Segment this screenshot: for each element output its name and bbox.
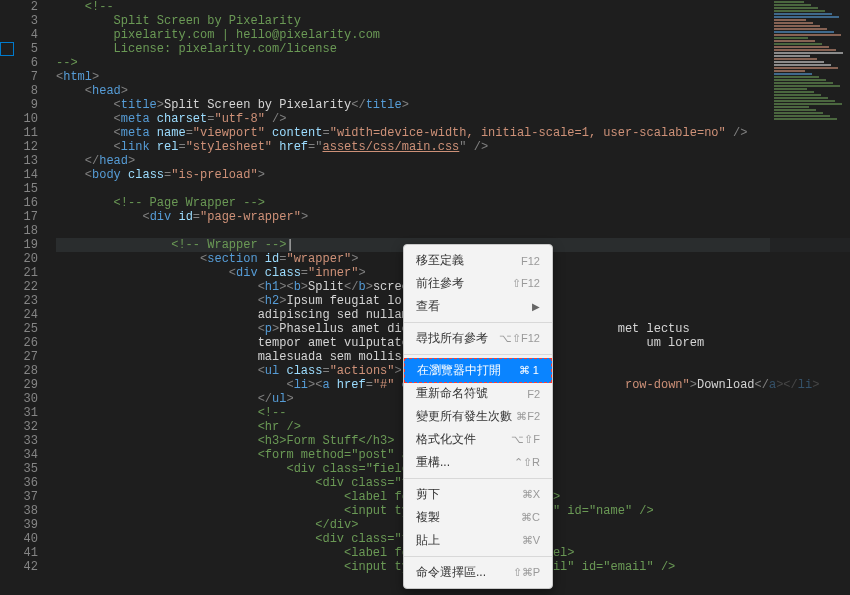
line-number: 10 [0,112,38,126]
menu-separator [404,478,552,479]
line-number: 17 [0,210,38,224]
menu-item-label: 命令選擇區... [416,564,486,581]
menu-item[interactable]: 重構...⌃⇧R [404,451,552,474]
code-line[interactable]: <html> [56,70,850,84]
code-line[interactable]: <meta charset="utf-8" /> [56,112,850,126]
breakpoint-marker[interactable] [0,42,14,56]
menu-item-label: 變更所有發生次數 [416,408,512,425]
line-number: 9 [0,98,38,112]
menu-item-label: 格式化文件 [416,431,476,448]
menu-item[interactable]: 尋找所有參考⌥⇧F12 [404,327,552,350]
menu-separator [404,322,552,323]
line-number: 8 [0,84,38,98]
menu-item-label: 移至定義 [416,252,464,269]
menu-shortcut: ⌘V [522,534,540,547]
line-number: 30 [0,392,38,406]
code-line[interactable]: <!-- Page Wrapper --> [56,196,850,210]
code-line[interactable] [56,182,850,196]
line-number: 14 [0,168,38,182]
line-number: 23 [0,294,38,308]
code-line[interactable]: <div id="page-wrapper"> [56,210,850,224]
menu-item[interactable]: 貼上⌘V [404,529,552,552]
code-line[interactable]: --> [56,56,850,70]
line-number: 39 [0,518,38,532]
line-number: 41 [0,546,38,560]
line-number: 22 [0,280,38,294]
code-line[interactable]: <head> [56,84,850,98]
line-number: 25 [0,322,38,336]
menu-item[interactable]: 重新命名符號F2 [404,382,552,405]
line-number: 7 [0,70,38,84]
menu-shortcut: F12 [521,255,540,267]
code-line[interactable]: </head> [56,154,850,168]
menu-shortcut: ⌥⇧F12 [499,332,540,345]
menu-item-label: 重構... [416,454,450,471]
menu-shortcut: ⌥⇧F [511,433,540,446]
chevron-right-icon: ▶ [532,301,540,312]
code-line[interactable]: <meta name="viewport" content="width=dev… [56,126,850,140]
line-number: 28 [0,364,38,378]
menu-shortcut: ⌘C [521,511,540,524]
line-number: 13 [0,154,38,168]
menu-item-label: 查看 [416,298,440,315]
code-line[interactable]: License: pixelarity.com/license [56,42,850,56]
code-line[interactable] [56,224,850,238]
menu-item-label: 貼上 [416,532,440,549]
line-number: 3 [0,14,38,28]
line-number: 6 [0,56,38,70]
menu-item[interactable]: 移至定義F12 [404,249,552,272]
line-number: 31 [0,406,38,420]
code-line[interactable]: <!-- [56,0,850,14]
menu-item[interactable]: 剪下⌘X [404,483,552,506]
line-number: 16 [0,196,38,210]
menu-shortcut: ⌘X [522,488,540,501]
menu-separator [404,556,552,557]
line-number: 32 [0,420,38,434]
menu-shortcut: ⇧⌘P [513,566,540,579]
menu-item[interactable]: 在瀏覽器中打開⌘ 1 [404,358,552,383]
code-line[interactable]: <body class="is-preload"> [56,168,850,182]
line-number: 12 [0,140,38,154]
menu-item[interactable]: 變更所有發生次數⌘F2 [404,405,552,428]
code-line[interactable]: <title>Split Screen by Pixelarity</title… [56,98,850,112]
menu-item-label: 複製 [416,509,440,526]
minimap[interactable] [770,0,850,595]
menu-item-label: 前往參考 [416,275,464,292]
line-number: 26 [0,336,38,350]
menu-item-label: 尋找所有參考 [416,330,488,347]
line-number: 40 [0,532,38,546]
line-number: 24 [0,308,38,322]
menu-shortcut: ⌘F2 [516,410,540,423]
code-line[interactable]: Split Screen by Pixelarity [56,14,850,28]
line-number-gutter: 2345678910111213141516171819202122232425… [0,0,56,595]
code-line[interactable]: pixelarity.com | hello@pixelarity.com [56,28,850,42]
line-number: 2 [0,0,38,14]
menu-shortcut: ⇧F12 [512,277,540,290]
line-number: 21 [0,266,38,280]
menu-shortcut: ⌘ 1 [519,364,539,377]
menu-item-label: 在瀏覽器中打開 [417,362,501,379]
line-number: 11 [0,126,38,140]
menu-shortcut: ⌃⇧R [514,456,540,469]
menu-item[interactable]: 格式化文件⌥⇧F [404,428,552,451]
line-number: 36 [0,476,38,490]
menu-shortcut: F2 [527,388,540,400]
menu-item[interactable]: 命令選擇區...⇧⌘P [404,561,552,584]
line-number: 42 [0,560,38,574]
line-number: 27 [0,350,38,364]
context-menu: 移至定義F12前往參考⇧F12查看▶尋找所有參考⌥⇧F12在瀏覽器中打開⌘ 1重… [403,244,553,589]
menu-item[interactable]: 查看▶ [404,295,552,318]
line-number: 19 [0,238,38,252]
line-number: 38 [0,504,38,518]
menu-separator [404,354,552,355]
menu-item[interactable]: 前往參考⇧F12 [404,272,552,295]
line-number: 29 [0,378,38,392]
menu-item[interactable]: 複製⌘C [404,506,552,529]
code-line[interactable]: <link rel="stylesheet" href="assets/css/… [56,140,850,154]
line-number: 33 [0,434,38,448]
line-number: 4 [0,28,38,42]
line-number: 34 [0,448,38,462]
line-number: 15 [0,182,38,196]
line-number: 37 [0,490,38,504]
menu-item-label: 重新命名符號 [416,385,488,402]
